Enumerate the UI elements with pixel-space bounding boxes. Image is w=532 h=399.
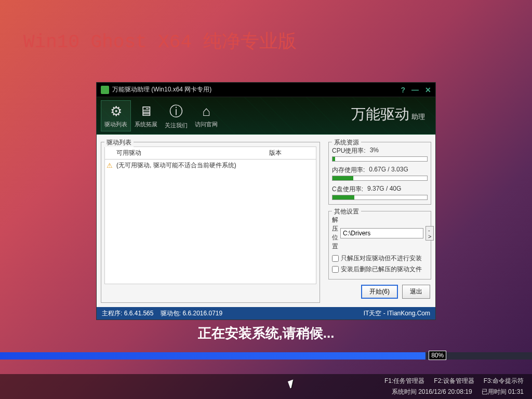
elapsed-time: 已用时间 01:31 <box>482 388 524 396</box>
checkbox-input[interactable] <box>332 255 339 262</box>
exit-button[interactable]: 退出 <box>402 285 430 299</box>
monitor-icon: 🖥 <box>139 103 153 119</box>
tab-label: 关注我们 <box>165 122 188 129</box>
brand-logo: 万能驱动 助理 <box>351 104 425 124</box>
table-header: 可用驱动 版本 <box>104 147 316 159</box>
disk-value: 9.37G / 40G <box>367 185 401 194</box>
no-driver-message: (无可用驱动, 驱动可能不适合当前硬件系统) <box>114 161 269 170</box>
shortcut-f2: F2:设备管理器 <box>434 377 474 385</box>
tab-label: 驱动列表 <box>104 121 127 128</box>
info-icon: ⓘ <box>169 102 183 121</box>
group-title: 其他设置 <box>332 207 361 216</box>
shortcut-f1: F1:任务管理器 <box>384 377 424 385</box>
app-icon <box>101 86 109 94</box>
gears-icon: ⚙ <box>110 103 122 119</box>
start-button[interactable]: 开始(6) <box>361 285 398 299</box>
system-resources-group: 系统资源 CPU使用率: 3% 内存使用率: 0.67G / 3.03G <box>328 142 431 205</box>
group-title: 驱动列表 <box>104 138 134 147</box>
toolbar: ⚙ 驱动列表 🖥 系统拓展 ⓘ 关注我们 ⌂ 访问官网 万能驱动 助理 <box>97 97 435 135</box>
driver-list-group: 驱动列表 可用驱动 版本 ⚠ (无可用驱动, 驱动可能不适合当前硬件系统) <box>101 142 320 303</box>
install-message: 正在安装系统,请稍候... <box>0 324 532 342</box>
memory-usage: 内存使用率: 0.67G / 3.03G <box>332 166 428 181</box>
install-progress-percent: 80% <box>429 351 446 360</box>
install-progress-fill: 80% <box>0 352 425 360</box>
titlebar[interactable]: 万能驱动助理 (Win10.x64 网卡专用) ? — ✕ <box>97 83 435 97</box>
driver-assistant-window: 万能驱动助理 (Win10.x64 网卡专用) ? — ✕ ⚙ 驱动列表 🖥 系… <box>96 82 436 320</box>
col-available-driver: 可用驱动 <box>114 149 269 157</box>
browse-button[interactable]: -> <box>425 226 434 241</box>
checkbox-input[interactable] <box>332 266 339 273</box>
system-time: 系统时间 2016/12/6 20:08:19 <box>392 388 472 396</box>
tab-system-ext[interactable]: 🖥 系统拓展 <box>131 100 161 131</box>
pack-version: 6.6.2016.0719 <box>182 310 222 317</box>
checkbox-delete-after[interactable]: 安装后删除已解压的驱动文件 <box>332 265 428 274</box>
minimize-button[interactable]: — <box>411 86 419 94</box>
driver-table-body[interactable]: ⚠ (无可用驱动, 驱动可能不适合当前硬件系统) <box>104 159 316 284</box>
window-title: 万能驱动助理 (Win10.x64 网卡专用) <box>112 85 211 94</box>
cpu-usage: CPU使用率: 3% <box>332 147 428 162</box>
mem-value: 0.67G / 3.03G <box>369 166 408 175</box>
group-title: 系统资源 <box>332 138 361 147</box>
extract-path-label: 解压位置 <box>332 216 338 251</box>
install-progress-bar: 80% <box>0 352 532 360</box>
tab-label: 系统拓展 <box>135 121 157 128</box>
statusbar: 主程序: 6.6.41.565 驱动包: 6.6.2016.0719 IT天空 … <box>97 307 435 320</box>
help-button[interactable]: ? <box>401 86 405 94</box>
other-settings-group: 其他设置 解压位置 -> 只解压对应驱动但不进行安装 安装后删除已解压的驱动文件 <box>328 211 431 280</box>
main-version: 6.6.41.565 <box>124 310 154 317</box>
disk-usage: C盘使用率: 9.37G / 40G <box>332 185 428 200</box>
col-version: 版本 <box>269 149 316 157</box>
page-title: Win10 Ghost X64 纯净专业版 <box>23 29 297 54</box>
bottom-status-bar: F1:任务管理器 F2:设备管理器 F3:命令提示符 系统时间 2016/12/… <box>0 374 532 399</box>
extract-path-input[interactable] <box>340 228 423 238</box>
checkbox-extract-only[interactable]: 只解压对应驱动但不进行安装 <box>332 254 428 263</box>
shortcut-f3: F3:命令提示符 <box>484 377 524 385</box>
tab-driver-list[interactable]: ⚙ 驱动列表 <box>101 100 131 131</box>
cpu-value: 3% <box>370 147 379 155</box>
mouse-cursor <box>289 380 296 391</box>
warning-icon: ⚠ <box>105 162 114 169</box>
tab-label: 访问官网 <box>195 121 218 128</box>
tab-official-site[interactable]: ⌂ 访问官网 <box>191 100 221 131</box>
credit: IT天空 - ITianKong.Com <box>364 309 430 318</box>
home-icon: ⌂ <box>202 103 210 119</box>
tab-follow-us[interactable]: ⓘ 关注我们 <box>161 100 191 131</box>
close-button[interactable]: ✕ <box>425 86 431 94</box>
table-row: ⚠ (无可用驱动, 驱动可能不适合当前硬件系统) <box>105 159 316 171</box>
